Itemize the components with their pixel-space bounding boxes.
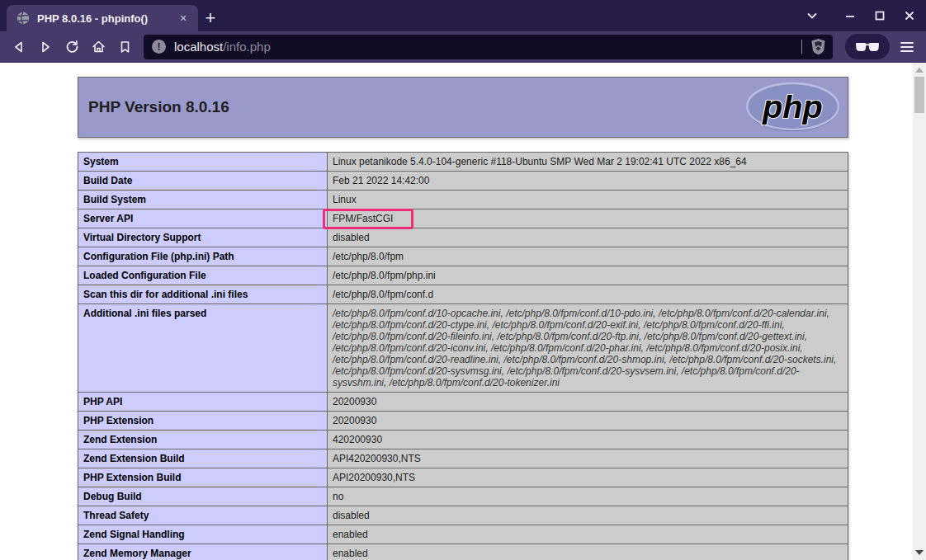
info-label: Loaded Configuration File <box>78 266 328 285</box>
scroll-down-icon[interactable] <box>913 548 926 558</box>
info-value-text: FPM/FastCGI <box>333 213 393 224</box>
info-label: Server API <box>78 209 328 228</box>
info-value: /etc/php/8.0/fpm/conf.d/10-opcache.ini, … <box>328 304 848 393</box>
url-bar[interactable]: ! localhost/info.php <box>144 35 833 59</box>
tab-list-chevron-icon[interactable] <box>801 4 824 27</box>
brave-shield-icon[interactable] <box>810 38 826 55</box>
info-value-text: 420200930 <box>333 434 382 445</box>
info-value: 20200930 <box>328 412 848 431</box>
private-window-badge <box>845 34 890 59</box>
info-value-text: Linux petanikode 5.4.0-104-generic #118-… <box>333 156 747 167</box>
info-value: Linux <box>328 191 848 209</box>
info-label: Scan this dir for additional .ini files <box>78 285 328 304</box>
info-label: Debug Build <box>78 487 328 506</box>
php-logo: php <box>744 82 841 133</box>
info-label: Zend Signal Handling <box>78 525 328 544</box>
url-text: localhost/info.php <box>174 40 793 54</box>
close-window-icon[interactable] <box>898 4 921 27</box>
table-row: Scan this dir for additional .ini files/… <box>78 285 848 304</box>
table-row: Zend Signal Handlingenabled <box>78 525 848 544</box>
table-row: Additional .ini files parsed/etc/php/8.0… <box>78 304 848 393</box>
info-value: /etc/php/8.0/fpm <box>328 247 848 266</box>
table-row: SystemLinux petanikode 5.4.0-104-generic… <box>78 153 848 172</box>
info-label: Zend Memory Manager <box>78 544 328 560</box>
forward-icon[interactable] <box>33 35 58 59</box>
info-value-text: /etc/php/8.0/fpm/php.ini <box>333 270 436 281</box>
info-value: /etc/php/8.0/fpm/php.ini <box>328 266 848 285</box>
info-value: disabled <box>328 228 848 247</box>
table-row: Configuration File (php.ini) Path/etc/ph… <box>78 247 848 266</box>
browser-tab[interactable]: PHP 8.0.16 - phpinfo() × <box>7 5 198 31</box>
bookmark-icon[interactable] <box>112 35 137 59</box>
table-row: PHP Extension BuildAPI20200930,NTS <box>78 468 848 487</box>
info-value: API420200930,NTS <box>328 449 848 468</box>
info-value-text: enabled <box>333 548 368 559</box>
window-controls <box>801 0 921 31</box>
reload-icon[interactable] <box>59 35 84 59</box>
info-label: Zend Extension Build <box>78 449 328 468</box>
info-value-text: 20200930 <box>333 396 376 407</box>
info-value: /etc/php/8.0/fpm/conf.d <box>328 285 848 304</box>
info-value-text: Feb 21 2022 14:42:00 <box>333 175 429 186</box>
info-value: enabled <box>328 544 848 560</box>
info-label: PHP Extension Build <box>78 468 328 487</box>
info-value: disabled <box>328 506 848 525</box>
table-row: Loaded Configuration File/etc/php/8.0/fp… <box>78 266 848 285</box>
glasses-icon <box>855 42 880 52</box>
url-host: localhost <box>174 40 223 54</box>
info-value-text: enabled <box>333 529 368 540</box>
table-row: Build SystemLinux <box>78 191 848 209</box>
info-label: Zend Extension <box>78 431 328 449</box>
minimize-icon[interactable] <box>839 4 862 27</box>
table-row: Thread Safetydisabled <box>78 506 848 525</box>
tab-bar: PHP 8.0.16 - phpinfo() × + <box>0 0 926 31</box>
scroll-up-icon[interactable] <box>913 65 926 75</box>
info-value-text: API20200930,NTS <box>333 472 415 483</box>
info-value: FPM/FastCGI <box>328 209 848 228</box>
urlbar-separator <box>801 40 802 54</box>
table-row: Build DateFeb 21 2022 14:42:00 <box>78 172 848 191</box>
info-value: no <box>328 487 848 506</box>
tab-close-icon[interactable]: × <box>175 10 191 26</box>
page-viewport: PHP Version 8.0.16 php SystemLinux petan… <box>0 63 926 560</box>
new-tab-button[interactable]: + <box>198 5 223 31</box>
info-label: PHP Extension <box>78 412 328 431</box>
info-value: enabled <box>328 525 848 544</box>
info-label: Additional .ini files parsed <box>78 304 328 393</box>
home-icon[interactable] <box>86 35 111 59</box>
navigation-toolbar: ! localhost/info.php <box>0 31 926 63</box>
info-label: Virtual Directory Support <box>78 228 328 247</box>
info-label: Configuration File (php.ini) Path <box>78 247 328 266</box>
back-icon[interactable] <box>7 35 31 59</box>
menu-icon[interactable] <box>895 35 919 59</box>
info-label: Thread Safety <box>78 506 328 525</box>
vertical-scrollbar[interactable] <box>913 63 926 560</box>
info-value: 20200930 <box>328 393 848 412</box>
scrollbar-thumb[interactable] <box>914 77 924 113</box>
info-value: Feb 21 2022 14:42:00 <box>328 172 848 191</box>
info-value-text: 20200930 <box>333 415 376 426</box>
site-info-icon[interactable]: ! <box>152 40 166 54</box>
globe-favicon-icon <box>17 12 30 25</box>
svg-text:php: php <box>762 88 823 125</box>
table-row: Server APIFPM/FastCGI <box>78 209 848 228</box>
info-label: Build System <box>78 191 328 209</box>
info-value-text: disabled <box>333 510 370 521</box>
info-label: System <box>78 153 328 172</box>
info-value-text: API420200930,NTS <box>333 453 421 464</box>
table-row: Debug Buildno <box>78 487 848 506</box>
info-value: API20200930,NTS <box>328 468 848 487</box>
page-title: PHP Version 8.0.16 <box>88 98 229 116</box>
info-value: Linux petanikode 5.4.0-104-generic #118-… <box>328 153 848 172</box>
info-label: PHP API <box>78 393 328 412</box>
info-value-text: Linux <box>333 194 357 205</box>
phpinfo-page: PHP Version 8.0.16 php SystemLinux petan… <box>78 63 848 560</box>
phpinfo-header: PHP Version 8.0.16 php <box>78 77 848 138</box>
table-row: Zend Extension420200930 <box>78 431 848 449</box>
maximize-icon[interactable] <box>868 4 891 27</box>
info-value-text: /etc/php/8.0/fpm/conf.d/10-opcache.ini, … <box>333 308 836 388</box>
table-row: Virtual Directory Supportdisabled <box>78 228 848 247</box>
url-path: /info.php <box>223 40 271 54</box>
info-value-text: /etc/php/8.0/fpm <box>333 251 404 262</box>
table-row: Zend Extension BuildAPI420200930,NTS <box>78 449 848 468</box>
